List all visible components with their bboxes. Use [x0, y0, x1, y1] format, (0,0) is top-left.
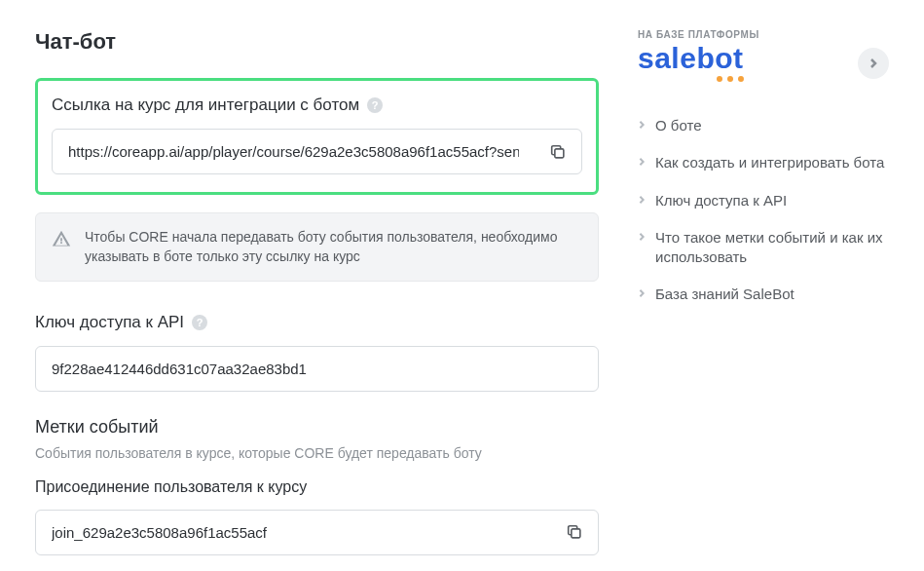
api-key-section: Ключ доступа к API ?: [35, 313, 599, 392]
help-icon[interactable]: ?: [367, 97, 383, 113]
api-key-input-row: [35, 346, 599, 392]
brand-dots: [638, 76, 744, 82]
course-link-highlight: Ссылка на курс для интеграции с ботом ?: [35, 78, 599, 195]
chevron-right-icon: [638, 121, 646, 129]
svg-rect-1: [572, 529, 580, 538]
info-alert: Чтобы CORE начала передавать боту событи…: [35, 212, 599, 282]
svg-rect-0: [555, 148, 564, 157]
course-link-input[interactable]: [53, 130, 535, 173]
chevron-right-icon: [638, 289, 646, 297]
copy-course-link-button[interactable]: [535, 130, 581, 173]
copy-icon: [566, 523, 583, 541]
help-icon[interactable]: ?: [192, 315, 207, 330]
chevron-right-icon: [638, 233, 646, 241]
api-key-label: Ключ доступа к API ?: [35, 313, 207, 332]
sidebar-nav: О боте Как создать и интегрировать бота …: [638, 107, 889, 314]
sidebar-item-events[interactable]: Что такое метки событий и как их использ…: [638, 219, 889, 277]
brand-row: salebot: [638, 44, 889, 82]
sidebar-item-apikey[interactable]: Ключ доступа к API: [638, 182, 889, 219]
course-link-label: Ссылка на курс для интеграции с ботом ?: [52, 95, 383, 115]
warning-icon: [52, 229, 71, 248]
api-key-input[interactable]: [36, 347, 598, 391]
sidebar-item-create[interactable]: Как создать и интегрировать бота: [638, 144, 889, 181]
course-link-input-row: [52, 129, 582, 174]
join-event-input[interactable]: [36, 511, 551, 554]
copy-join-button[interactable]: [551, 511, 598, 554]
sidebar-item-kb[interactable]: База знаний SaleBot: [638, 276, 889, 313]
chevron-right-icon: [638, 158, 646, 166]
brand-logo: salebot: [638, 44, 744, 82]
events-desc: События пользователя в курсе, которые CO…: [35, 445, 599, 461]
main-content: Чат-бот Ссылка на курс для интеграции с …: [35, 29, 599, 542]
events-section: Метки событий События пользователя в кур…: [35, 417, 599, 555]
join-label: Присоединение пользователя к курсу: [35, 478, 599, 496]
sidebar: НА БАЗЕ ПЛАТФОРМЫ salebot О боте Как соз…: [638, 29, 889, 542]
chevron-right-icon: [869, 58, 878, 68]
alert-text: Чтобы CORE начала передавать боту событи…: [85, 227, 582, 267]
brand-go-button[interactable]: [858, 48, 889, 79]
join-input-row: [35, 510, 599, 555]
copy-icon: [549, 143, 567, 161]
chevron-right-icon: [638, 196, 646, 204]
sidebar-item-about[interactable]: О боте: [638, 107, 889, 144]
page-title: Чат-бот: [35, 29, 599, 55]
platform-label: НА БАЗЕ ПЛАТФОРМЫ: [638, 29, 889, 40]
events-title: Метки событий: [35, 417, 599, 438]
